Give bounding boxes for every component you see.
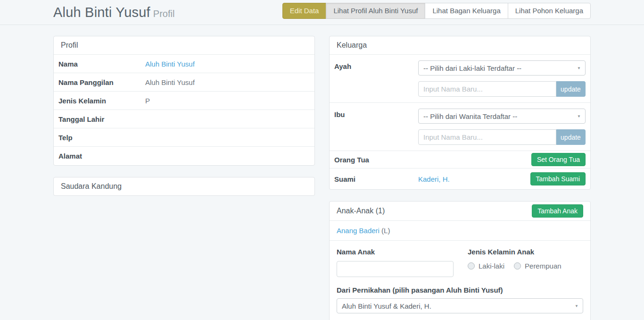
page-subtitle: Profil [153,8,175,19]
orang-tua-label: Orang Tua [334,156,418,164]
keluarga-card-header: Keluarga [330,36,590,55]
page-title: Aluh Binti Yusuf [53,5,150,20]
tab-lihat-bagan-keluarga[interactable]: Lihat Bagan Keluarga [425,3,508,19]
tambah-anak-header-button[interactable]: Tambah Anak [532,204,583,218]
profil-row-telp: Telp [54,128,314,147]
keluarga-row-orang-tua: Orang Tua Set Orang Tua [330,151,590,168]
pernikahan-select[interactable]: Aluh Binti Yusuf & Kaderi, H. [337,298,583,313]
ayah-input-group: update [418,81,586,97]
ayah-update-button[interactable]: update [556,81,586,97]
profil-label-jenis-kelamin: Jenis Kelamin [58,97,145,105]
profil-value-nama-panggilan: Aluh Binti Yusuf [145,78,310,86]
ayah-select-wrap: -- Pilih dari Laki-laki Terdaftar -- [418,60,586,76]
profil-row-jenis-kelamin: Jenis Kelamin P [54,92,314,110]
ibu-select-wrap: -- Pilih dari Wanita Terdaftar -- [418,109,586,124]
keluarga-row-suami: Suami Kaderi, H. Tambah Suami [330,168,590,189]
dari-pernikahan-label: Dari Pernikahan (pilih pasangan Aluh Bin… [337,286,583,294]
profil-label-nama-panggilan: Nama Panggilan [58,78,145,86]
jenis-kelamin-radio-group: Laki-laki Perempuan [468,262,583,270]
profil-label-tanggal-lahir: Tanggal Lahir [58,115,145,123]
anak-anak-card: Anak-Anak (1) Tambah Anak Anang Baderi (… [329,201,591,320]
profil-value-jenis-kelamin: P [145,97,310,105]
profil-label-nama: Nama [58,60,145,68]
set-orang-tua-button[interactable]: Set Orang Tua [531,153,586,166]
anak-anak-card-header: Anak-Anak (1) Tambah Anak [330,202,590,221]
saudara-kandung-card: Saudara Kandung [53,177,315,196]
jenis-kelamin-anak-label: Jenis Kelamin Anak [468,248,583,256]
profil-card-header: Profil [54,36,314,55]
nama-anak-label: Nama Anak [337,248,454,256]
profil-value-nama-link[interactable]: Aluh Binti Yusuf [145,60,195,68]
radio-laki-laki-label[interactable]: Laki-laki [479,262,504,270]
left-column: Profil Nama Aluh Binti Yusuf Nama Panggi… [53,36,315,320]
child-list-item: Anang Baderi (L) [330,221,590,241]
ibu-input-group: update [418,129,586,145]
keluarga-card-title: Keluarga [337,41,367,50]
ayah-select[interactable]: -- Pilih dari Laki-laki Terdaftar -- [418,60,586,76]
ayah-nama-baru-input[interactable] [418,81,556,97]
profil-row-nama-panggilan: Nama Panggilan Aluh Binti Yusuf [54,73,314,92]
tab-lihat-pohon-keluarga[interactable]: Lihat Pohon Keluarga [508,3,591,19]
ayah-label: Ayah [334,60,418,97]
radio-perempuan[interactable] [514,262,521,269]
child-name-link[interactable]: Anang Baderi [337,227,380,235]
ibu-update-button[interactable]: update [556,129,586,145]
saudara-kandung-card-header: Saudara Kandung [54,177,314,195]
profil-row-nama: Nama Aluh Binti Yusuf [54,55,314,73]
saudara-kandung-card-title: Saudara Kandung [61,182,122,191]
profil-card-title: Profil [61,41,78,50]
page-header: Aluh Binti YusufProfil Edit Data Lihat P… [0,0,644,25]
action-tab-group: Edit Data Lihat Profil Aluh Binti Yusuf … [282,3,591,19]
anak-anak-card-title: Anak-Anak (1) [337,207,385,215]
keluarga-row-ayah: Ayah -- Pilih dari Laki-laki Terdaftar -… [330,55,590,103]
right-column: Keluarga Ayah -- Pilih dari Laki-laki Te… [329,36,591,320]
profil-label-alamat: Alamat [58,152,145,160]
pernikahan-select-wrap: Aluh Binti Yusuf & Kaderi, H. [337,298,583,313]
suami-label: Suami [334,175,418,183]
ibu-select[interactable]: -- Pilih dari Wanita Terdaftar -- [418,109,586,124]
child-gender-suffix: (L) [380,227,390,235]
tab-edit-data[interactable]: Edit Data [282,3,327,19]
suami-name-link[interactable]: Kaderi, H. [418,175,530,183]
tambah-suami-button[interactable]: Tambah Suami [530,172,586,185]
profil-row-alamat: Alamat [54,147,314,165]
tambah-anak-form: Nama Anak Jenis Kelamin Anak Laki-laki P… [330,241,590,320]
keluarga-row-ibu: Ibu -- Pilih dari Wanita Terdaftar -- up… [330,103,590,151]
profil-card: Profil Nama Aluh Binti Yusuf Nama Panggi… [53,36,315,166]
nama-anak-input[interactable] [337,261,454,277]
profil-row-tanggal-lahir: Tanggal Lahir [54,110,314,128]
ibu-nama-baru-input[interactable] [418,129,556,145]
tab-lihat-profil[interactable]: Lihat Profil Aluh Binti Yusuf [326,3,425,19]
radio-laki-laki[interactable] [468,262,475,269]
ibu-label: Ibu [334,109,418,145]
profil-label-telp: Telp [58,134,145,142]
radio-perempuan-label[interactable]: Perempuan [525,262,561,270]
keluarga-card: Keluarga Ayah -- Pilih dari Laki-laki Te… [329,36,591,190]
